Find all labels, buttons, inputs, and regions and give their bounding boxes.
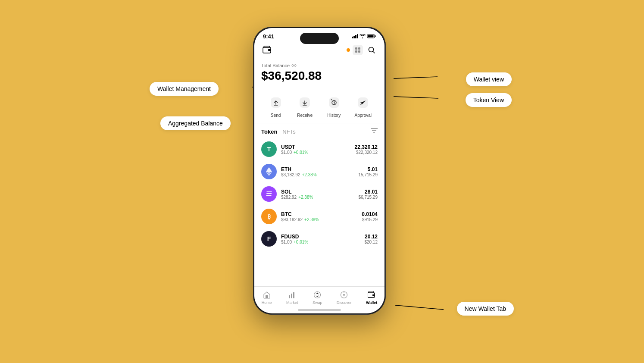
btc-info: BTC $93,182.92 +2.38% [281,211,357,222]
wallet-nav-icon [367,290,376,300]
send-icon [267,94,284,111]
send-button[interactable]: Send [267,94,284,118]
action-buttons: Send Receive [254,91,385,123]
tab-nfts[interactable]: NFTs [282,128,295,135]
home-nav-label: Home [262,300,272,305]
usdt-info: USDT $1.00 +0.01% [281,144,350,155]
svg-rect-10 [375,35,376,37]
signal-icon [352,34,358,39]
fdusd-amounts: 20.12 $20.12 [364,234,378,244]
svg-line-3 [394,97,438,98]
market-icon [288,290,297,300]
svg-rect-7 [355,35,356,38]
send-label: Send [271,113,281,118]
token-tabs: Token NFTs [254,123,385,138]
search-icon[interactable] [366,44,378,56]
phone-screen: 9:41 [254,28,385,313]
history-icon [325,94,343,111]
svg-rect-32 [266,295,268,298]
svg-point-21 [294,65,295,66]
sol-amounts: 28.01 $6,715.29 [359,189,378,200]
token-item-eth[interactable]: ETH $3,182.92 +2.38% 5.01 15,715.29 [254,160,385,183]
status-icons [352,34,376,39]
svg-point-18 [369,47,374,52]
swap-nav-label: Swap [313,300,322,305]
fdusd-info: FDUSD $1.00 +0.01% [281,234,360,244]
svg-rect-13 [268,49,271,51]
nav-discover[interactable]: Discover [337,290,352,305]
btc-icon: ₿ [261,209,277,224]
svg-line-2 [394,77,438,78]
svg-rect-42 [372,294,375,296]
nav-home[interactable]: Home [262,290,272,305]
svg-rect-33 [289,295,290,298]
eye-icon [291,63,297,68]
view-toggle-orange-dot [347,48,350,52]
phone-device: 9:41 [253,27,386,315]
eth-info: ETH $3,182.92 +2.38% [281,166,354,177]
svg-rect-15 [358,47,360,50]
wallet-management-icon[interactable] [261,44,273,56]
token-item-usdt[interactable]: T USDT $1.00 +0.01% 22,320.12 $22,320.12 [254,138,385,160]
svg-rect-34 [291,294,292,298]
wifi-icon [360,34,366,39]
app-header [254,41,385,59]
sol-info: SOL $282.92 +2.38% [281,189,354,200]
tab-token[interactable]: Token [261,128,277,135]
battery-icon [367,34,376,39]
svg-rect-16 [355,50,357,53]
balance-label: Total Balance [261,63,378,68]
token-item-sol[interactable]: SOL $282.92 +2.38% 28.01 $6,715.29 [254,183,385,205]
svg-line-19 [373,52,375,53]
svg-rect-35 [293,292,294,298]
eth-icon [261,164,277,179]
aggregated-balance-annotation: Aggregated Balance [160,116,231,130]
wallet-view-annotation: Wallet view [466,72,512,86]
token-view-annotation: Token View [466,93,512,107]
view-toggle-button[interactable] [353,45,363,55]
svg-rect-14 [355,47,357,50]
svg-rect-6 [353,36,355,38]
eth-amounts: 5.01 15,715.29 [359,166,378,177]
receive-button[interactable]: Receive [296,94,313,118]
svg-marker-30 [266,167,272,173]
svg-rect-11 [368,35,374,37]
swap-icon [313,290,322,300]
approval-button[interactable]: Approval [354,94,372,118]
home-icon [262,290,272,300]
wallet-nav-label: Wallet [366,300,377,305]
approval-label: Approval [355,113,372,118]
history-button[interactable]: History [325,94,343,118]
market-nav-label: Market [286,300,298,305]
svg-rect-8 [357,34,358,38]
svg-line-4 [395,305,444,310]
receive-icon [296,94,313,111]
nav-swap[interactable]: Swap [313,290,322,305]
token-list: T USDT $1.00 +0.01% 22,320.12 $22,320.12 [254,138,385,286]
bottom-nav: Home Market [254,286,385,307]
fdusd-icon: F [261,231,277,247]
home-indicator [254,307,385,313]
approval-icon [354,94,372,111]
nav-wallet[interactable]: Wallet [366,290,377,305]
svg-rect-5 [352,37,353,38]
receive-label: Receive [297,113,313,118]
usdt-amounts: 22,320.12 $22,320.12 [355,144,378,155]
balance-amount: $36,520.88 [261,69,378,83]
token-item-fdusd[interactable]: F FDUSD $1.00 +0.01% 20.12 $20.12 [254,228,385,250]
discover-nav-label: Discover [337,300,352,305]
history-label: History [327,113,341,118]
token-item-btc[interactable]: ₿ BTC $93,182.92 +2.38% 0.0104 $915.29 [254,205,385,228]
dynamic-island [300,33,339,44]
nav-market[interactable]: Market [286,290,298,305]
discover-icon [339,290,349,300]
svg-point-38 [343,294,345,296]
home-bar [298,309,341,311]
sol-icon [261,186,277,202]
svg-rect-17 [358,50,360,53]
filter-icon[interactable] [371,128,378,135]
balance-section: Total Balance $36,520.88 [254,59,385,91]
status-time: 9:41 [263,33,274,40]
btc-amounts: 0.0104 $915.29 [362,211,378,222]
usdt-icon: T [261,141,277,157]
